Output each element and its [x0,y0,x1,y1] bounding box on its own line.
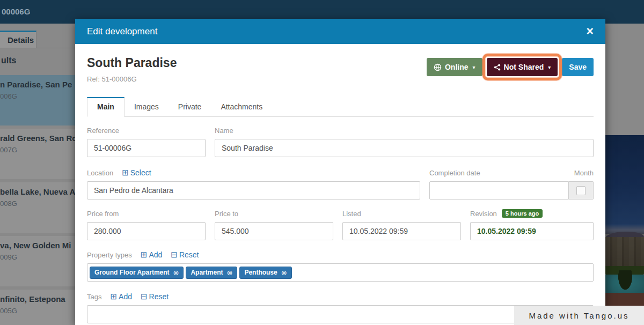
add-link-label: Add [149,250,162,259]
online-status-button[interactable]: Online ▾ [427,58,482,76]
property-types-add-link[interactable]: ⊞ Add [141,250,163,260]
tango-watermark: Made with Tango.us [514,306,644,325]
tab-label: Main [97,102,114,111]
action-buttons: Online ▾ Not Shared ▾ [427,58,594,76]
sidebar-item-new-golden-mile[interactable]: va, New Golden Mi 009G [0,236,75,286]
modal-tabs: Main Images Private Attachments [87,97,594,117]
development-title: South Paradise [87,56,177,70]
property-type-chip: Ground Floor Apartment ⊗ [90,267,184,279]
name-field-group: Name [215,125,594,157]
photo-pool [605,275,644,295]
price-from-field-group: Price from [87,209,206,240]
photo-palm-tree [617,270,633,292]
photo-sky [605,135,644,231]
tab-label: Attachments [221,102,262,111]
month-checkbox-addon [569,181,594,200]
list-item-ref: 009G [0,253,75,261]
reference-input[interactable] [87,139,206,157]
tags-add-link[interactable]: ⊞ Add [110,292,132,301]
listed-input[interactable] [342,222,461,240]
month-label: Month [574,169,594,177]
plus-square-icon: ⊞ [110,292,117,301]
price-from-input[interactable] [87,222,206,240]
list-item-ref: 005G [0,307,75,315]
location-input[interactable] [87,181,420,200]
photo-greenery [605,266,644,277]
add-link-label: Add [119,292,132,301]
tab-attachments[interactable]: Attachments [211,97,272,116]
location-select-link[interactable]: ⊞ Select [122,168,151,178]
tab-label: Private [178,102,202,111]
listed-field-group: Listed [342,209,461,240]
background-details-tab[interactable]: Details [0,31,36,48]
location-label: Location [87,169,113,177]
list-item-ref: 007G [0,146,75,154]
tab-images[interactable]: Images [125,97,169,116]
share-icon [494,64,501,71]
tab-main[interactable]: Main [87,97,125,117]
month-checkbox[interactable] [576,186,586,195]
modal-header: Edit development × [75,19,605,44]
completion-date-field-group: Completion date Month [429,168,594,200]
price-to-field-group: Price to [215,209,333,240]
tab-private[interactable]: Private [169,97,211,116]
plus-square-icon: ⊞ [141,250,148,260]
background-results-heading: ults [1,56,16,65]
modal-title: Edit development [87,26,157,37]
reset-link-label: Reset [179,250,199,259]
minus-square-icon: ⊟ [171,250,178,260]
name-label: Name [215,127,233,135]
name-input[interactable] [215,139,594,157]
chip-remove-icon[interactable]: ⊗ [281,269,287,277]
screen: 00006G Details ults n Paradise, San Pe 0… [0,0,644,325]
property-types-label: Property types [87,251,132,259]
reference-label: Reference [87,127,119,135]
modal-body: South Paradise Ref: 51-00006G Online ▾ [75,44,605,323]
completion-date-input[interactable] [429,181,569,200]
revision-label: Revision [470,210,497,218]
share-label: Not Shared [504,63,544,71]
development-ref: Ref: 51-00006G [87,75,177,83]
save-button[interactable]: Save [562,58,594,76]
close-icon[interactable]: × [587,25,594,38]
completion-date-label: Completion date [429,169,480,177]
share-status-button[interactable]: Not Shared ▾ [487,58,558,76]
price-from-label: Price from [87,210,119,218]
edit-development-modal: Edit development × South Paradise Ref: 5… [75,19,605,325]
reference-field-group: Reference [87,125,206,157]
list-item-title: va, New Golden Mi [0,241,75,250]
property-types-chipbox: Ground Floor Apartment ⊗ Apartment ⊗ Pen… [87,263,594,282]
revision-input[interactable] [470,222,594,240]
listed-label: Listed [342,210,361,218]
photo-mountains [605,232,644,239]
background-tabbar-divider [0,48,75,48]
list-item-title: nfinito, Estepona [0,294,75,304]
property-types-reset-link[interactable]: ⊟ Reset [171,250,199,260]
chip-remove-icon[interactable]: ⊗ [226,269,232,277]
plus-square-icon: ⊞ [122,168,129,178]
sidebar-item-emerald-greens[interactable]: rald Greens, San Ro 007G [0,129,75,179]
list-item-title: n Paradise, San Pe [0,80,75,89]
tags-reset-link[interactable]: ⊟ Reset [141,292,169,301]
photo-buildings [605,237,644,268]
sidebar-item-infinito[interactable]: nfinito, Estepona 005G [0,290,75,325]
tab-label: Images [134,102,159,111]
sidebar-item-bella-lake[interactable]: bella Lake, Nueva A 008G [0,182,75,233]
photo-terrace [605,293,644,306]
minus-square-icon: ⊟ [141,292,148,301]
chip-remove-icon[interactable]: ⊗ [173,269,179,277]
development-summary: South Paradise Ref: 51-00006G [87,56,177,83]
development-list: n Paradise, San Pe 006G rald Greens, San… [0,75,75,325]
sidebar-item-south-paradise[interactable]: n Paradise, San Pe 006G [0,75,75,125]
property-type-chip: Penthouse ⊗ [239,267,291,279]
save-label: Save [569,63,587,71]
revision-age-badge: 5 hours ago [502,209,543,218]
chip-label: Apartment [191,269,223,276]
chip-label: Penthouse [244,269,277,276]
chevron-down-icon: ▾ [473,64,475,70]
location-field-group: Location ⊞ Select [87,168,420,200]
list-item-title: bella Lake, Nueva A [0,187,75,196]
tags-label: Tags [87,293,101,301]
chevron-down-icon: ▾ [548,64,551,70]
price-to-input[interactable] [215,222,333,240]
